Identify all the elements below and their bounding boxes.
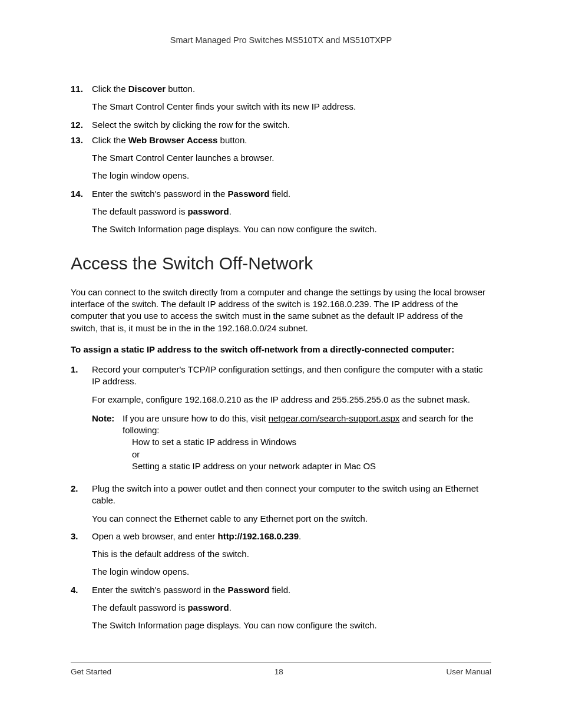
- sub-paragraph: The Switch Information page displays. Yo…: [92, 223, 491, 235]
- text-bold: password: [188, 206, 229, 216]
- text: If you are unsure how to do this, visit: [123, 413, 269, 423]
- footer-page-number: 18: [275, 667, 283, 676]
- page: Smart Managed Pro Switches MS510TX and M…: [0, 0, 562, 728]
- text: Enter the switch's password in the: [92, 189, 227, 199]
- list-item: 3. Open a web browser, and enter http://…: [71, 531, 491, 578]
- text: field.: [269, 189, 290, 199]
- sub-paragraph: The login window opens.: [92, 566, 491, 578]
- list-item: 11. Click the Discover button. The Smart…: [71, 83, 491, 113]
- footer-left: Get Started: [71, 667, 111, 676]
- text: .: [299, 531, 301, 541]
- list-text: Record your computer's TCP/IP configurat…: [92, 364, 483, 386]
- note-line: How to set a static IP address in Window…: [132, 436, 491, 448]
- note-line: If you are unsure how to do this, visit …: [123, 413, 491, 437]
- page-footer: Get Started 18 User Manual: [71, 662, 491, 676]
- list-number: 1.: [71, 364, 78, 375]
- list-text: Plug the switch into a power outlet and …: [92, 483, 478, 505]
- note-label: Note:: [92, 413, 123, 472]
- sub-paragraph: The default password is password.: [92, 206, 491, 218]
- list-item: 13. Click the Web Browser Access button.…: [71, 134, 491, 182]
- list-text: Enter the switch's password in the Passw…: [92, 189, 290, 199]
- text: Click the: [92, 84, 128, 94]
- note-body: If you are unsure how to do this, visit …: [123, 413, 491, 472]
- running-header: Smart Managed Pro Switches MS510TX and M…: [71, 35, 491, 45]
- task-heading: To assign a static IP address to the swi…: [71, 344, 491, 355]
- text: Enter the switch's password in the: [92, 585, 227, 595]
- text: Click the: [92, 135, 128, 145]
- footer-right: User Manual: [446, 667, 491, 676]
- text: button.: [217, 135, 247, 145]
- list-text: Select the switch by clicking the row fo…: [92, 120, 290, 130]
- sub-paragraph: This is the default address of the switc…: [92, 548, 491, 560]
- list-text: Enter the switch's password in the Passw…: [92, 585, 290, 595]
- sub-paragraph: The Switch Information page displays. Yo…: [92, 620, 491, 631]
- list-number: 2.: [71, 483, 78, 495]
- text: Open a web browser, and enter: [92, 531, 217, 541]
- sub-paragraph: The Smart Control Center finds your swit…: [92, 101, 491, 113]
- text-bold: http://192.168.0.239: [217, 531, 299, 541]
- list-number: 4.: [71, 584, 78, 596]
- note-line: or: [132, 449, 491, 460]
- text: button.: [166, 84, 195, 94]
- section-heading: Access the Switch Off-Network: [71, 252, 491, 276]
- text: The default password is: [92, 206, 188, 216]
- text-bold: password: [188, 602, 229, 612]
- sub-paragraph: The default password is password.: [92, 602, 491, 614]
- list-item: 2. Plug the switch into a power outlet a…: [71, 483, 491, 525]
- list-text: Click the Discover button.: [92, 84, 195, 94]
- list-item: 1. Record your computer's TCP/IP configu…: [71, 364, 491, 472]
- support-link[interactable]: netgear.com/search-support.aspx: [269, 413, 400, 423]
- text-bold: Password: [227, 585, 269, 595]
- text-bold: Web Browser Access: [128, 135, 218, 145]
- footer-rule: [71, 662, 491, 663]
- text-bold: Password: [227, 189, 269, 199]
- sub-paragraph: You can connect the Ethernet cable to an…: [92, 513, 491, 525]
- note-line: Setting a static IP address on your netw…: [132, 460, 491, 472]
- list-number: 3.: [71, 531, 78, 542]
- list-text: Open a web browser, and enter http://192…: [92, 531, 301, 541]
- text: .: [229, 602, 232, 612]
- list-number: 12.: [71, 119, 83, 131]
- ordered-list-2: 1. Record your computer's TCP/IP configu…: [71, 364, 491, 631]
- list-item: 12. Select the switch by clicking the ro…: [71, 119, 491, 131]
- list-number: 11.: [71, 83, 83, 95]
- list-number: 14.: [71, 188, 83, 200]
- list-item: 14. Enter the switch's password in the P…: [71, 188, 491, 236]
- sub-paragraph: For example, configure 192.168.0.210 as …: [92, 394, 491, 406]
- text-bold: Discover: [128, 84, 166, 94]
- list-text: Click the Web Browser Access button.: [92, 135, 247, 145]
- list-item: 4. Enter the switch's password in the Pa…: [71, 584, 491, 632]
- note-block: Note: If you are unsure how to do this, …: [92, 413, 491, 472]
- sub-paragraph: The Smart Control Center launches a brow…: [92, 152, 491, 164]
- text: The default password is: [92, 602, 188, 612]
- page-content: 11. Click the Discover button. The Smart…: [71, 83, 491, 631]
- text: .: [229, 206, 232, 216]
- sub-paragraph: The login window opens.: [92, 170, 491, 182]
- text: field.: [269, 585, 290, 595]
- list-number: 13.: [71, 134, 83, 146]
- ordered-list-1: 11. Click the Discover button. The Smart…: [71, 83, 491, 235]
- intro-paragraph: You can connect to the switch directly f…: [71, 286, 491, 334]
